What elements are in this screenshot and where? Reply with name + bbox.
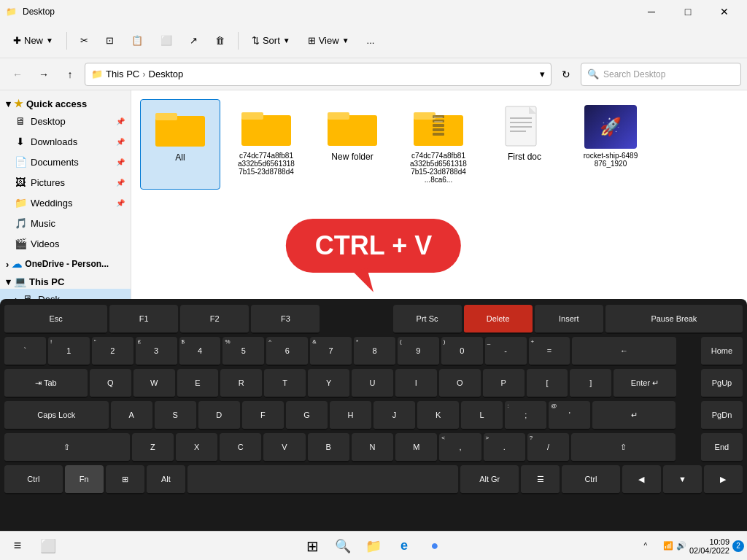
key-enter[interactable]: Enter ↵ bbox=[614, 369, 676, 398]
file-item-new-folder[interactable]: New folder bbox=[312, 99, 392, 190]
key-rshift[interactable]: ⇧ bbox=[571, 433, 676, 462]
key-v[interactable]: V bbox=[263, 433, 305, 462]
new-button[interactable]: ✚ New ▼ bbox=[6, 28, 61, 54]
key-z[interactable]: Z bbox=[132, 433, 174, 462]
cut-button[interactable]: ✂ bbox=[73, 28, 96, 54]
minimize-button[interactable]: ─ bbox=[635, 0, 668, 23]
key-period[interactable]: >. bbox=[484, 433, 525, 462]
key-home[interactable]: Home bbox=[701, 337, 743, 366]
sort-button[interactable]: ⇅ Sort ▼ bbox=[244, 28, 298, 54]
key-g[interactable]: G bbox=[286, 401, 328, 430]
key-c[interactable]: C bbox=[220, 433, 261, 462]
key-i[interactable]: I bbox=[395, 369, 437, 398]
key-0[interactable]: )0 bbox=[441, 337, 483, 366]
key-fn[interactable]: Fn bbox=[65, 465, 104, 494]
key-pgup[interactable]: PgUp bbox=[701, 369, 743, 398]
key-larrow[interactable]: ◀ bbox=[622, 465, 661, 494]
back-button[interactable]: ← bbox=[6, 63, 29, 86]
forward-button[interactable]: → bbox=[32, 63, 55, 86]
key-b[interactable]: B bbox=[308, 433, 349, 462]
key-backtick[interactable]: ` bbox=[4, 337, 46, 366]
key-lctrl[interactable]: Ctrl bbox=[4, 465, 63, 494]
key-w[interactable]: W bbox=[133, 369, 175, 398]
sidebar-item-videos[interactable]: 🎬 Videos bbox=[0, 233, 131, 254]
sidebar-onedrive[interactable]: › ☁ OneDrive - Person... bbox=[0, 254, 131, 271]
key-rbracket[interactable]: ] bbox=[570, 369, 611, 398]
key-capslock[interactable]: Caps Lock bbox=[4, 401, 109, 430]
sidebar-item-weddings[interactable]: 📁 Weddings 📌 bbox=[0, 192, 131, 213]
refresh-button[interactable]: ↻ bbox=[554, 63, 578, 86]
key-e[interactable]: E bbox=[177, 369, 219, 398]
key-enter-2[interactable]: ↵ bbox=[592, 401, 676, 430]
key-slash[interactable]: ?/ bbox=[527, 433, 569, 462]
sidebar-item-desktop[interactable]: 🖥 Desktop 📌 bbox=[0, 111, 131, 131]
close-button[interactable]: ✕ bbox=[708, 0, 741, 23]
key-minus[interactable]: _- bbox=[485, 337, 527, 366]
key-equals[interactable]: += bbox=[529, 337, 570, 366]
up-button[interactable]: ↑ bbox=[58, 63, 82, 86]
key-delete[interactable]: Delete bbox=[464, 305, 533, 334]
key-u[interactable]: U bbox=[352, 369, 393, 398]
rename-button[interactable]: ⬜ bbox=[153, 28, 179, 54]
key-n[interactable]: N bbox=[352, 433, 393, 462]
taskbar-square-button[interactable]: ⬜ bbox=[34, 533, 63, 559]
key-o[interactable]: O bbox=[439, 369, 481, 398]
copy-button[interactable]: ⊡ bbox=[98, 28, 121, 54]
key-y[interactable]: Y bbox=[308, 369, 349, 398]
key-menu[interactable]: ☰ bbox=[521, 465, 560, 494]
key-2[interactable]: "2 bbox=[92, 337, 133, 366]
key-l[interactable]: L bbox=[461, 401, 503, 430]
paste-button[interactable]: 📋 bbox=[124, 28, 150, 54]
sidebar-thispc[interactable]: ▾ 💻 This PC bbox=[0, 271, 131, 289]
key-6[interactable]: ^6 bbox=[266, 337, 308, 366]
key-x[interactable]: X bbox=[176, 433, 217, 462]
sidebar-item-music[interactable]: 🎵 Music bbox=[0, 213, 131, 233]
sidebar-item-pictures[interactable]: 🖼 Pictures 📌 bbox=[0, 172, 131, 192]
key-q[interactable]: Q bbox=[90, 369, 131, 398]
taskbar-search-button[interactable]: 🔍 bbox=[328, 533, 357, 559]
key-f2[interactable]: F2 bbox=[180, 305, 249, 334]
key-darrow[interactable]: ▼ bbox=[663, 465, 702, 494]
key-lbracket[interactable]: [ bbox=[527, 369, 568, 398]
key-s[interactable]: S bbox=[155, 401, 196, 430]
file-item-rocket[interactable]: 🚀 rocket-ship-6489876_1920 bbox=[570, 99, 651, 190]
key-k[interactable]: K bbox=[417, 401, 459, 430]
file-item-zip[interactable]: c74dc774a8fb81a332b5d65613187b15-23d8788… bbox=[398, 99, 479, 190]
key-comma[interactable]: <, bbox=[439, 433, 481, 462]
share-button[interactable]: ↗ bbox=[182, 28, 205, 54]
key-backspace[interactable]: ← bbox=[572, 337, 676, 366]
notification-badge[interactable]: 2 bbox=[732, 540, 744, 552]
view-button[interactable]: ⊞ View ▼ bbox=[301, 28, 357, 54]
key-f1[interactable]: F1 bbox=[109, 305, 178, 334]
key-space[interactable] bbox=[187, 465, 459, 494]
taskbar-edge-button[interactable]: e bbox=[390, 533, 419, 559]
key-4[interactable]: $4 bbox=[179, 337, 221, 366]
key-5[interactable]: %5 bbox=[222, 337, 264, 366]
sidebar-item-downloads[interactable]: ⬇ Downloads 📌 bbox=[0, 131, 131, 152]
key-semicolon[interactable]: :; bbox=[505, 401, 546, 430]
key-prtsc[interactable]: Prt Sc bbox=[393, 305, 462, 334]
key-insert[interactable]: Insert bbox=[535, 305, 603, 334]
key-7[interactable]: &7 bbox=[310, 337, 352, 366]
system-tray-chevron[interactable]: ^ bbox=[631, 533, 660, 559]
key-lalt[interactable]: Alt bbox=[147, 465, 185, 494]
key-j[interactable]: J bbox=[374, 401, 415, 430]
sidebar-item-documents[interactable]: 📄 Documents 📌 bbox=[0, 152, 131, 172]
key-end[interactable]: End bbox=[701, 433, 743, 462]
address-input[interactable]: 📁 This PC › Desktop ▾ bbox=[85, 63, 551, 86]
key-p[interactable]: P bbox=[483, 369, 525, 398]
key-win[interactable]: ⊞ bbox=[106, 465, 144, 494]
key-9[interactable]: (9 bbox=[398, 337, 439, 366]
taskbar-chrome-button[interactable]: ● bbox=[420, 533, 449, 559]
taskbar-more-button[interactable]: ≡ bbox=[3, 533, 32, 559]
key-quote[interactable]: @' bbox=[549, 401, 590, 430]
taskbar-explorer-button active[interactable]: 📁 bbox=[359, 533, 388, 559]
key-f3[interactable]: F3 bbox=[251, 305, 320, 334]
key-pgdn[interactable]: PgDn bbox=[701, 401, 743, 430]
key-1[interactable]: !1 bbox=[48, 337, 90, 366]
key-m[interactable]: M bbox=[395, 433, 437, 462]
key-8[interactable]: *8 bbox=[354, 337, 395, 366]
file-item-first-doc[interactable]: First doc bbox=[484, 99, 565, 190]
key-lshift[interactable]: ⇧ bbox=[4, 433, 130, 462]
file-item-c74dc[interactable]: c74dc774a8fb81a332b5d65613187b15-23d8788… bbox=[226, 99, 306, 190]
